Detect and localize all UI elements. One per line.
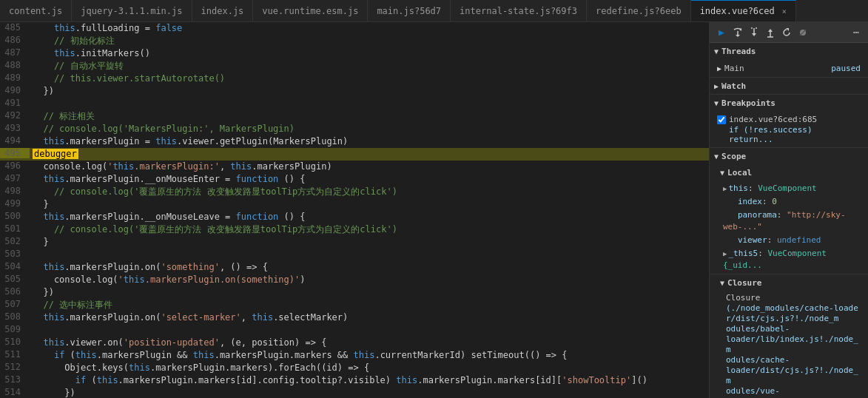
tab-main-js[interactable]: main.js?56d7 bbox=[368, 0, 451, 22]
threads-header[interactable]: ▼ Threads bbox=[710, 43, 868, 59]
code-line-508: 508 this.markersPlugin.on('select-marker… bbox=[0, 311, 709, 324]
tab-content-js[interactable]: content.js bbox=[0, 0, 72, 22]
tab-jquery[interactable]: jquery-3.1.1.min.js bbox=[72, 0, 192, 22]
line-number-492: 492 bbox=[0, 110, 30, 121]
resume-button[interactable]: ▶ bbox=[714, 25, 729, 40]
code-line-497: 497 this.markersPlugin.__onMouseEnter = … bbox=[0, 173, 709, 186]
line-content-495: debugger bbox=[30, 148, 709, 161]
line-number-505: 505 bbox=[0, 274, 30, 284]
code-line-506: 506 }) bbox=[0, 286, 709, 299]
tab-label: index.js bbox=[201, 6, 244, 16]
thread-status: paused bbox=[831, 64, 861, 73]
scope-label: Scope bbox=[721, 152, 746, 161]
line-content-514: }) bbox=[30, 387, 709, 398]
tab-label: jquery-3.1.1.min.js bbox=[81, 6, 182, 16]
thread-main[interactable]: ▶ Main paused bbox=[714, 61, 864, 75]
scope-closure-content: Closure (./node_modules/cache-loader/dis… bbox=[710, 291, 868, 398]
tab-internal-state[interactable]: internal-state.js?69f3 bbox=[451, 0, 587, 22]
scope-local-header[interactable]: ▼ Local bbox=[710, 164, 868, 181]
line-content-489: // this.viewer.startAutorotate() bbox=[30, 72, 709, 85]
line-number-499: 499 bbox=[0, 198, 30, 209]
scope-viewer: viewer: undefined bbox=[714, 234, 864, 247]
breakpoints-content: index.vue?6ced:685 if (!res.success) ret… bbox=[710, 111, 868, 147]
scope-this5[interactable]: ▶_this5: VueComponent {_uid... bbox=[714, 247, 864, 272]
step-into-button[interactable] bbox=[747, 25, 761, 40]
code-line-507: 507 // 选中标注事件 bbox=[0, 299, 709, 311]
line-content-493: // console.log('MarkersPlugin:', Markers… bbox=[30, 123, 709, 135]
line-number-487: 487 bbox=[0, 47, 30, 58]
threads-section: ▼ Threads ▶ Main paused bbox=[710, 43, 868, 78]
line-number-512: 512 bbox=[0, 362, 30, 372]
step-over-button[interactable] bbox=[730, 25, 745, 40]
close-tab-icon[interactable]: × bbox=[782, 7, 787, 16]
line-number-511: 511 bbox=[0, 349, 30, 360]
code-line-513: 513 if (this.markersPlugin.markers[id].c… bbox=[0, 374, 709, 387]
code-line-490: 490 }) bbox=[0, 85, 709, 98]
line-number-504: 504 bbox=[0, 261, 30, 271]
scope-this[interactable]: ▶this: VueComponent bbox=[714, 182, 864, 195]
scope-arrow-icon: ▼ bbox=[714, 152, 719, 161]
deactivate-button[interactable] bbox=[795, 25, 810, 40]
line-content-499: } bbox=[30, 198, 709, 211]
tab-redefine[interactable]: redefine.js?6eeb bbox=[587, 0, 691, 22]
code-line-485: 485 this.fullLoading = false bbox=[0, 22, 709, 35]
code-line-488: 488 // 自动水平旋转 bbox=[0, 60, 709, 72]
more-options-button[interactable]: ⋯ bbox=[849, 25, 864, 40]
code-lines: 485 this.fullLoading = false486 // 初始化标注… bbox=[0, 22, 709, 398]
step-out-button[interactable] bbox=[763, 25, 778, 40]
scope-local-label: Local bbox=[727, 168, 752, 178]
code-line-487: 487 this.initMarkers() bbox=[0, 47, 709, 60]
tab-label: index.vue?6ced bbox=[700, 6, 775, 16]
line-content-497: this.markersPlugin.__onMouseEnter = func… bbox=[30, 173, 709, 186]
scope-closure-header[interactable]: ▼ Closure bbox=[710, 274, 868, 291]
scope-header[interactable]: ▼ Scope bbox=[710, 148, 868, 164]
code-line-511: 511 if (this.markersPlugin && this.marke… bbox=[0, 349, 709, 362]
line-number-514: 514 bbox=[0, 387, 30, 397]
scope-closure-section: ▼ Closure Closure (./node_modules/cache-… bbox=[710, 274, 868, 398]
scope-local-section: ▼ Local ▶this: VueComponent index: 0 pan… bbox=[710, 164, 868, 274]
line-number-488: 488 bbox=[0, 60, 30, 70]
line-content-485: this.fullLoading = false bbox=[30, 22, 709, 35]
code-line-514: 514 }) bbox=[0, 387, 709, 398]
threads-arrow-icon: ▼ bbox=[714, 47, 719, 55]
line-number-490: 490 bbox=[0, 85, 30, 95]
code-line-505: 505 console.log('this.markersPlugin.on(s… bbox=[0, 274, 709, 286]
tab-vue-runtime[interactable]: vue.runtime.esm.js bbox=[253, 0, 368, 22]
threads-content: ▶ Main paused bbox=[710, 59, 868, 77]
line-number-510: 510 bbox=[0, 337, 30, 347]
line-content-501: // console.log('覆盖原生的方法 改变触发路显toolTip方式为… bbox=[30, 223, 709, 236]
line-content-500: this.markersPlugin.__onMouseLeave = func… bbox=[30, 211, 709, 223]
restart-button[interactable] bbox=[779, 25, 794, 40]
breakpoints-arrow-icon: ▼ bbox=[714, 99, 719, 107]
line-number-503: 503 bbox=[0, 249, 30, 259]
line-content-507: // 选中标注事件 bbox=[30, 299, 709, 311]
line-content-487: this.initMarkers() bbox=[30, 47, 709, 60]
code-line-509: 509 bbox=[0, 324, 709, 337]
tab-index-js[interactable]: index.js bbox=[192, 0, 254, 22]
line-number-485: 485 bbox=[0, 22, 30, 33]
scope-local-content: ▶this: VueComponent index: 0 panorama: "… bbox=[710, 181, 868, 274]
tab-bar: content.js jquery-3.1.1.min.js index.js … bbox=[0, 0, 868, 22]
line-content-513: if (this.markersPlugin.markers[id].confi… bbox=[30, 374, 709, 387]
line-content-506: }) bbox=[30, 286, 709, 299]
code-line-498: 498 // console.log('覆盖原生的方法 改变触发路显toolTi… bbox=[0, 186, 709, 198]
line-content-492: // 标注相关 bbox=[30, 110, 709, 123]
main-content: 485 this.fullLoading = false486 // 初始化标注… bbox=[0, 22, 868, 398]
code-line-502: 502 } bbox=[0, 236, 709, 249]
code-line-489: 489 // this.viewer.startAutorotate() bbox=[0, 72, 709, 85]
watch-arrow-icon: ▶ bbox=[714, 82, 719, 90]
line-number-509: 509 bbox=[0, 324, 30, 334]
watch-header[interactable]: ▶ Watch bbox=[710, 78, 868, 94]
line-content-504: this.markersPlugin.on('something', () =>… bbox=[30, 261, 709, 274]
svg-marker-2 bbox=[736, 35, 740, 37]
breakpoints-header[interactable]: ▼ Breakpoints bbox=[710, 95, 868, 111]
code-editor[interactable]: 485 this.fullLoading = false486 // 初始化标注… bbox=[0, 22, 709, 398]
thread-expand-icon: ▶ bbox=[717, 64, 721, 72]
line-number-497: 497 bbox=[0, 173, 30, 183]
breakpoint-checkbox[interactable] bbox=[717, 115, 726, 124]
tab-label: content.js bbox=[9, 6, 62, 16]
tab-index-vue[interactable]: index.vue?6ced × bbox=[691, 0, 796, 22]
line-content-502: } bbox=[30, 236, 709, 249]
line-number-493: 493 bbox=[0, 123, 30, 133]
line-number-496: 496 bbox=[0, 161, 30, 171]
